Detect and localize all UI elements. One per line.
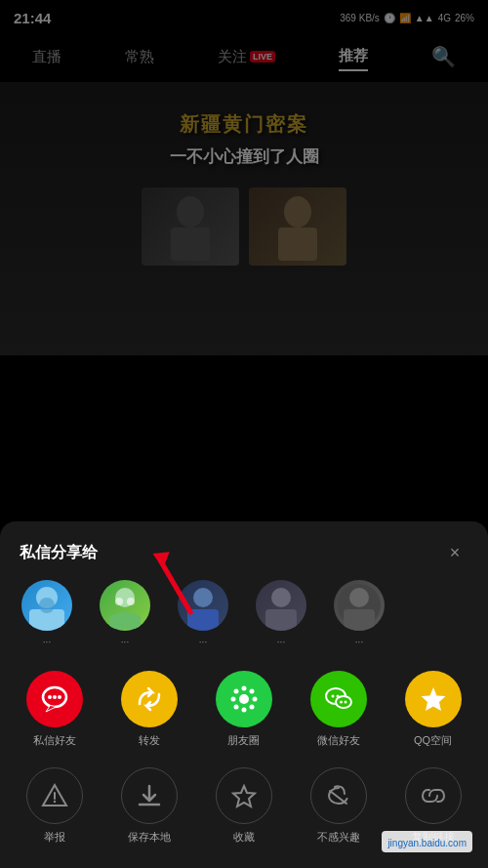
share-sheet: 私信分享给 × ··· ··· — [0, 521, 488, 868]
copy-link-icon — [420, 782, 447, 809]
svg-rect-16 — [344, 609, 375, 631]
action-qq-zone[interactable]: QQ空间 — [394, 671, 472, 748]
contact-avatar-4 — [256, 580, 306, 631]
svg-point-33 — [336, 695, 339, 698]
dm-icon — [40, 684, 69, 714]
svg-point-8 — [115, 598, 123, 605]
moments-circle — [216, 671, 272, 727]
action-save[interactable]: 保存本地 — [110, 767, 188, 845]
forward-circle — [121, 671, 178, 727]
copy-link-circle — [405, 767, 462, 824]
svg-point-20 — [58, 695, 61, 699]
contact-name-2: ··· — [121, 637, 129, 647]
collect-circle — [216, 767, 272, 824]
svg-point-21 — [239, 694, 249, 704]
contact-avatar-3 — [178, 580, 228, 631]
contact-name-3: ··· — [199, 637, 207, 647]
wechat-circle — [310, 671, 367, 727]
svg-point-22 — [241, 686, 246, 691]
share-header: 私信分享给 × — [0, 521, 488, 580]
forward-icon — [135, 684, 164, 714]
svg-rect-13 — [265, 609, 297, 631]
contact-name-4: ··· — [277, 637, 285, 647]
contact-item-5[interactable]: ··· — [324, 580, 394, 647]
svg-point-9 — [127, 598, 135, 605]
save-label: 保存本地 — [128, 830, 171, 845]
action-collect[interactable]: 收藏 — [205, 767, 283, 845]
close-button[interactable]: × — [441, 539, 468, 566]
moments-icon — [229, 684, 259, 714]
contact-4-svg — [256, 580, 306, 631]
contact-3-svg — [178, 580, 228, 631]
svg-point-32 — [331, 695, 334, 698]
watermark: jingyan.baidu.com — [382, 831, 472, 852]
dm-friend-circle — [26, 671, 83, 727]
save-icon — [136, 782, 163, 809]
svg-point-10 — [193, 588, 213, 607]
qq-zone-icon — [419, 684, 448, 714]
wechat-icon — [324, 684, 353, 714]
contact-item-1[interactable]: ··· — [12, 580, 82, 647]
not-interested-circle — [310, 767, 367, 824]
collect-icon — [230, 782, 258, 809]
svg-point-28 — [249, 689, 254, 694]
share-title: 私信分享给 — [20, 543, 98, 563]
action-wechat-friend[interactable]: 微信好友 — [300, 671, 378, 748]
svg-point-27 — [249, 705, 254, 710]
collect-label: 收藏 — [233, 830, 255, 845]
qq-zone-circle — [405, 671, 462, 727]
svg-point-15 — [349, 588, 369, 607]
save-circle — [121, 767, 178, 824]
report-icon — [41, 782, 68, 809]
moments-label: 朋友圈 — [227, 733, 260, 748]
svg-point-6 — [39, 598, 55, 613]
svg-point-34 — [340, 701, 343, 704]
svg-point-24 — [230, 697, 235, 702]
action-report[interactable]: 举报 — [16, 767, 94, 845]
contact-1-svg — [21, 580, 72, 631]
svg-point-25 — [252, 697, 257, 702]
contact-2-svg — [100, 580, 150, 631]
svg-point-18 — [48, 695, 52, 699]
contact-name-5: ··· — [355, 637, 363, 647]
contact-5-svg — [334, 580, 385, 631]
contact-avatar-2 — [100, 580, 150, 631]
forward-label: 转发 — [139, 733, 160, 748]
svg-marker-42 — [233, 786, 255, 806]
svg-point-31 — [336, 696, 351, 708]
action-not-interested[interactable]: 不感兴趣 — [300, 767, 378, 845]
contact-name-1: ··· — [43, 637, 51, 647]
report-circle — [26, 767, 83, 824]
svg-point-23 — [241, 708, 246, 713]
contact-item-3[interactable]: ··· — [168, 580, 238, 647]
svg-marker-36 — [421, 687, 445, 711]
svg-point-12 — [271, 588, 291, 607]
qq-zone-label: QQ空间 — [414, 733, 452, 748]
contacts-row: ··· ··· ··· — [0, 580, 488, 663]
actions-row-1: 私信好友 转发 — [0, 663, 488, 752]
report-label: 举报 — [44, 830, 65, 845]
svg-point-39 — [54, 801, 56, 803]
action-dm-friend[interactable]: 私信好友 — [16, 671, 94, 748]
svg-point-29 — [233, 705, 238, 710]
contact-avatar-1 — [21, 580, 72, 631]
not-interested-icon — [325, 782, 352, 809]
action-moments[interactable]: 朋友圈 — [205, 671, 283, 748]
watermark-text: jingyan.baidu.com — [387, 838, 467, 848]
contact-avatar-5 — [334, 580, 385, 631]
action-forward[interactable]: 转发 — [110, 671, 188, 748]
contact-item-4[interactable]: ··· — [246, 580, 316, 647]
wechat-friend-label: 微信好友 — [317, 733, 360, 748]
svg-point-19 — [53, 695, 57, 699]
dm-friend-label: 私信好友 — [33, 733, 76, 748]
contact-item-2[interactable]: ··· — [90, 580, 160, 647]
svg-rect-11 — [187, 609, 219, 631]
not-interested-label: 不感兴趣 — [317, 830, 360, 845]
svg-point-26 — [233, 689, 238, 694]
svg-point-35 — [344, 701, 346, 704]
